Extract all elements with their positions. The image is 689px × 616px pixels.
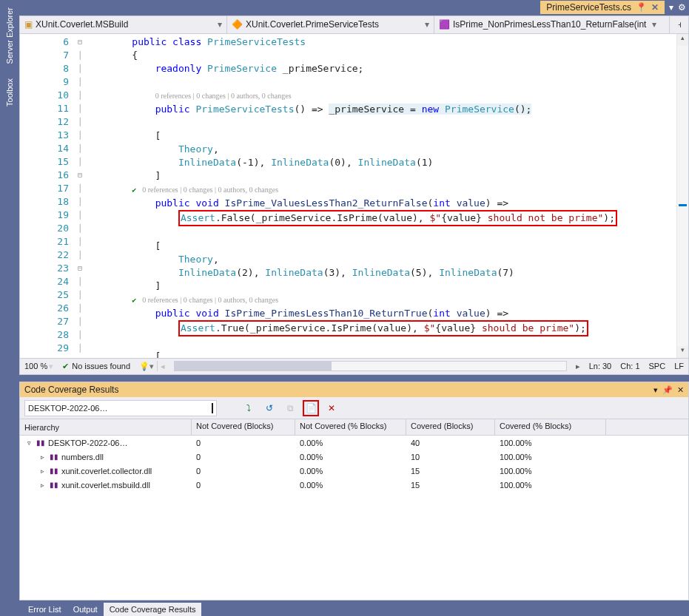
csproj-icon: ▣ [24,19,33,30]
window-menu-icon[interactable]: ▾ [653,385,658,395]
export-results-button[interactable]: ↺ [261,400,278,416]
show-coloring-button[interactable]: 📄 [303,400,319,416]
issues-label: No issues found [72,362,130,370]
expand-icon[interactable]: ▹ [38,481,47,489]
merge-results-button[interactable]: ⧉ [282,400,298,416]
code-coverage-panel: Code Coverage Results ▾ 📌 ✕ DESKTOP-2022… [19,382,689,600]
right-arrow-icon[interactable]: ▸ [576,362,580,371]
close-icon[interactable]: ✕ [677,385,684,395]
navigation-bar: ▣ XUnit.Coverlet.MSBuild ▾ 🔶 XUnit.Cover… [19,16,689,34]
chevron-down-icon: ▾ [218,19,222,30]
code-editor[interactable]: 6789101112131415161718192021222324252627… [20,34,688,358]
coverage-row[interactable]: ▿ ▮▮ DESKTOP-2022-06… 0 0.00% 40 100.00% [20,436,688,450]
indent-indicator[interactable]: SPC [649,362,666,370]
coverage-row[interactable]: ▹ ▮▮ xunit.coverlet.collector.dll 0 0.00… [20,464,688,478]
coverage-toolbar: DESKTOP-2022-06… ⤵ ↺ ⧉ 📄 ✕ [20,397,688,419]
module-icon: ▮▮ [50,453,58,461]
class-icon: 🔶 [232,19,243,30]
module-icon: ▮▮ [50,467,58,475]
document-tab[interactable]: PrimeServiceTests.cs 📍 ✕ [540,1,665,14]
nav-member-label: IsPrime_NonPrimesLessThan10_ReturnFalse(… [453,19,646,30]
coverage-row[interactable]: ▹ ▮▮ xunit.coverlet.msbuild.dll 0 0.00% … [20,478,688,492]
left-arrow-icon[interactable]: ◂ [161,362,165,371]
nav-class-label: XUnit.Coverlet.PrimeServiceTests [246,19,379,30]
line-indicator[interactable]: Ln: 30 [589,362,612,370]
col-not-covered-pct[interactable]: Not Covered (% Blocks) [295,419,406,435]
check-icon: ✔ [62,362,69,371]
module-icon: ▮▮ [36,439,45,447]
expand-icon[interactable]: ▿ [24,439,33,447]
chevron-down-icon: ▾ [425,19,429,30]
coverage-header-row: Hierarchy Not Covered (Blocks) Not Cover… [20,419,688,436]
scroll-up-icon[interactable]: ▴ [677,34,688,46]
nav-class-dropdown[interactable]: 🔶 XUnit.Coverlet.PrimeServiceTests ▾ [227,16,434,33]
expand-icon[interactable]: ▹ [38,453,47,461]
line-numbers: 6789101112131415161718192021222324252627… [32,34,73,358]
zoom-dropdown[interactable]: 100 % ▾ [24,362,53,371]
hierarchy-name: xunit.coverlet.msbuild.dll [61,481,150,490]
coverage-run-label: DESKTOP-2022-06… [28,404,212,413]
column-indicator[interactable]: Ch: 1 [620,362,639,370]
issues-indicator[interactable]: ✔ No issues found [62,362,130,371]
expand-icon[interactable]: ▹ [38,467,47,475]
tab-output[interactable]: Output [67,603,104,616]
code-content[interactable]: public class PrimeServiceTests { readonl… [109,34,676,358]
nav-project-dropdown[interactable]: ▣ XUnit.Coverlet.MSBuild ▾ [20,16,227,33]
hierarchy-name: numbers.dll [61,453,104,461]
dropdown-icon[interactable]: ▾ [669,2,673,13]
remove-button[interactable]: ✕ [323,400,340,416]
col-not-covered-blocks[interactable]: Not Covered (Blocks) [192,419,295,435]
col-covered-blocks[interactable]: Covered (Blocks) [406,419,495,435]
lightbulb-icon[interactable]: 💡▾ [139,362,154,371]
toolbox-tab[interactable]: Toolbox [4,71,16,114]
method-icon: 🟪 [439,19,450,30]
editor-status-bar: 100 % ▾ ✔ No issues found 💡▾ ◂ ▸ Ln: 30 … [20,358,688,374]
pushpin-icon[interactable]: 📌 [662,385,673,395]
tab-code-coverage[interactable]: Code Coverage Results [104,603,202,616]
coverage-title-label: Code Coverage Results [24,385,118,395]
tab-error-list[interactable]: Error List [22,603,67,616]
chevron-down-icon: ▾ [652,19,656,30]
outline-margin[interactable]: ⊟│││││││││⊟││││││⊟││││││ [73,34,87,358]
nav-project-label: XUnit.Coverlet.MSBuild [36,19,128,30]
coverage-tree[interactable]: ▿ ▮▮ DESKTOP-2022-06… 0 0.00% 40 100.00%… [20,436,688,600]
coverage-run-dropdown[interactable]: DESKTOP-2022-06… [24,400,217,416]
gear-icon[interactable]: ⚙ [678,2,686,13]
pin-icon[interactable]: 📍 [636,2,647,13]
module-icon: ▮▮ [50,481,58,489]
server-explorer-tab[interactable]: Server Explorer [4,0,16,71]
hierarchy-name: DESKTOP-2022-06… [48,439,127,447]
close-icon[interactable]: ✕ [651,2,659,13]
vertical-scrollbar[interactable]: ▴ ▾ [676,34,688,358]
import-results-button[interactable]: ⤵ [241,400,257,416]
coverage-row[interactable]: ▹ ▮▮ numbers.dll 0 0.00% 10 100.00% [20,450,688,464]
bottom-tab-strip: Error List Output Code Coverage Results [19,600,689,616]
hierarchy-name: xunit.coverlet.collector.dll [61,467,152,475]
nav-member-dropdown[interactable]: 🟪 IsPrime_NonPrimesLessThan10_ReturnFals… [434,16,669,33]
title-bar: PrimeServiceTests.cs 📍 ✕ ▾ ⚙ [19,0,689,16]
eol-indicator[interactable]: LF [674,362,684,370]
col-covered-pct[interactable]: Covered (% Blocks) [495,419,606,435]
document-tab-label: PrimeServiceTests.cs [546,2,631,13]
horizontal-scrollbar[interactable] [174,361,567,371]
coverage-title-bar[interactable]: Code Coverage Results ▾ 📌 ✕ [20,382,688,397]
split-view-button[interactable]: ⫞ [669,16,688,33]
scroll-down-icon[interactable]: ▾ [677,346,688,358]
left-panel-strip: Server Explorer Toolbox [0,0,19,616]
col-hierarchy[interactable]: Hierarchy [20,419,192,435]
